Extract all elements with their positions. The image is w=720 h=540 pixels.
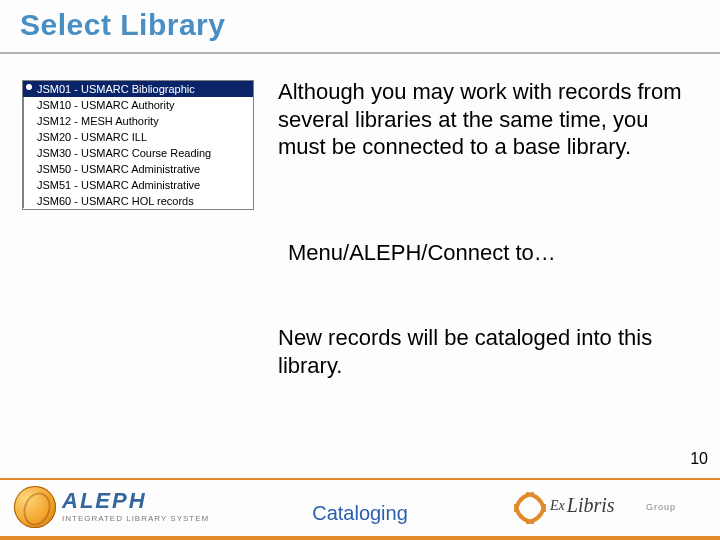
library-list-item-label: JSM01 - USMARC Bibliographic bbox=[37, 83, 195, 95]
library-list-item-label: JSM12 - MESH Authority bbox=[37, 115, 159, 127]
exlibris-logo: ExLibris Group bbox=[516, 494, 706, 530]
title-rule bbox=[0, 52, 720, 54]
body-paragraph-2: New records will be cataloged into this … bbox=[278, 324, 708, 379]
library-list-item[interactable]: JSM10 - USMARC Authority bbox=[23, 97, 253, 113]
exlibris-wordmark: ExLibris bbox=[550, 494, 615, 517]
library-list-item[interactable]: JSM12 - MESH Authority bbox=[23, 113, 253, 129]
library-list-item[interactable]: JSM51 - USMARC Administrative bbox=[23, 177, 253, 193]
footer-rule-bottom bbox=[0, 536, 720, 540]
aleph-logo: ALEPH INTEGRATED LIBRARY SYSTEM bbox=[14, 486, 264, 534]
library-list-item-label: JSM51 - USMARC Administrative bbox=[37, 179, 200, 191]
aleph-tagline: INTEGRATED LIBRARY SYSTEM bbox=[62, 514, 209, 523]
aleph-logo-text: ALEPH bbox=[62, 488, 147, 514]
library-list-item-label: JSM50 - USMARC Administrative bbox=[37, 163, 200, 175]
page-number: 10 bbox=[690, 450, 708, 468]
body-paragraph-1: Although you may work with records from … bbox=[278, 78, 688, 161]
library-list-item-label: JSM30 - USMARC Course Reading bbox=[37, 147, 211, 159]
menu-path-text: Menu/ALEPH/Connect to… bbox=[288, 240, 708, 266]
footer: ALEPH INTEGRATED LIBRARY SYSTEM Catalogi… bbox=[0, 480, 720, 536]
selection-bullet-icon bbox=[26, 84, 32, 90]
library-listbox[interactable]: JSM01 - USMARC BibliographicJSM10 - USMA… bbox=[22, 80, 254, 210]
library-list-item[interactable]: JSM20 - USMARC ILL bbox=[23, 129, 253, 145]
library-list-item[interactable]: JSM60 - USMARC HOL records bbox=[23, 193, 253, 209]
exlibris-group-text: Group bbox=[646, 502, 676, 512]
library-list-item[interactable]: JSM50 - USMARC Administrative bbox=[23, 161, 253, 177]
page-title: Select Library bbox=[20, 8, 225, 42]
footer-center-label: Cataloging bbox=[312, 502, 408, 525]
library-list-item[interactable]: JSM30 - USMARC Course Reading bbox=[23, 145, 253, 161]
globe-icon bbox=[14, 486, 56, 528]
exlibris-mark-icon bbox=[516, 494, 542, 520]
library-list-item-label: JSM10 - USMARC Authority bbox=[37, 99, 175, 111]
library-list-item[interactable]: JSM01 - USMARC Bibliographic bbox=[23, 81, 253, 97]
library-list-item-label: JSM60 - USMARC HOL records bbox=[37, 195, 194, 207]
slide: Select Library JSM01 - USMARC Bibliograp… bbox=[0, 0, 720, 540]
library-list-item-label: JSM20 - USMARC ILL bbox=[37, 131, 147, 143]
